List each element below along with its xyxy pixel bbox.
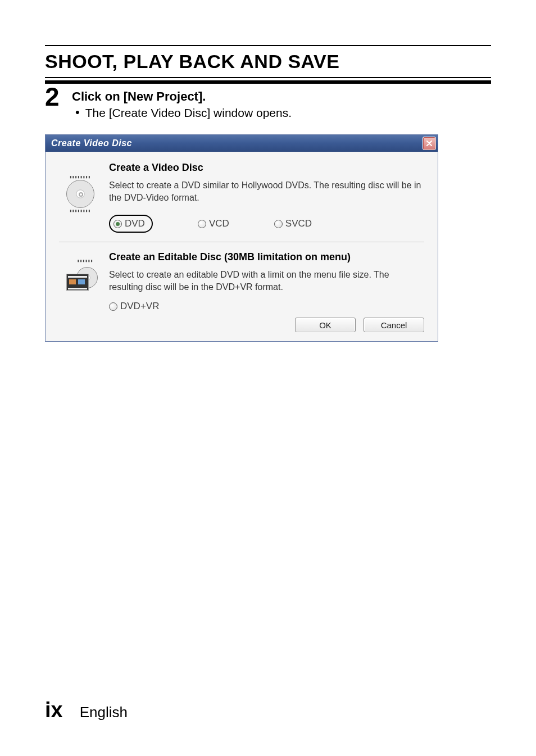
section-separator: [59, 242, 424, 242]
radio-dvd[interactable]: DVD: [113, 218, 145, 229]
radio-vcd-label: VCD: [209, 218, 229, 229]
create-video-disc-dialog: Create Video Disc ▮▮▮▮▮▮▮▮ ▮▮▮▮▮▮▮▮ Crea…: [45, 134, 438, 342]
radio-icon: [113, 220, 122, 228]
cancel-button-label: Cancel: [381, 320, 407, 330]
section2-heading: Create an Editable Disc (30MB limitation…: [109, 251, 424, 263]
step-title: Click on [New Project].: [72, 89, 292, 104]
cancel-button[interactable]: Cancel: [364, 318, 424, 332]
section1-desc: Select to create a DVD similar to Hollyw…: [109, 179, 424, 203]
radio-dvd-highlight: DVD: [109, 215, 153, 233]
close-icon: [426, 140, 433, 147]
radio-svcd-label: SVCD: [285, 218, 312, 229]
page-footer: ix English: [45, 698, 128, 722]
editable-disc-icon: ▮▮▮▮▮▮: [59, 251, 101, 292]
disc-icon: ▮▮▮▮▮▮▮▮ ▮▮▮▮▮▮▮▮: [59, 162, 101, 208]
ok-button-label: OK: [319, 320, 331, 330]
page-number: ix: [45, 698, 63, 722]
step-sub-text: The [Create Video Disc] window opens.: [85, 106, 292, 120]
radio-icon: [109, 302, 117, 311]
radio-dvdvr[interactable]: DVD+VR: [109, 301, 424, 312]
step-number: 2: [45, 86, 72, 108]
step-2: 2 Click on [New Project]. • The [Create …: [45, 86, 491, 120]
ok-button[interactable]: OK: [295, 318, 356, 332]
section-create-video-disc: ▮▮▮▮▮▮▮▮ ▮▮▮▮▮▮▮▮ Create a Video Disc Se…: [59, 162, 424, 236]
radio-vcd[interactable]: VCD: [198, 215, 229, 233]
section1-heading: Create a Video Disc: [109, 162, 424, 174]
section-editable-disc: ▮▮▮▮▮▮ Create an Editable Disc (30MB lim…: [59, 251, 424, 312]
format-radio-group: DVD VCD SVCD: [109, 215, 424, 233]
dialog-button-row: OK Cancel: [59, 318, 424, 332]
radio-dvdvr-label: DVD+VR: [120, 301, 159, 312]
radio-icon: [198, 220, 206, 228]
radio-svcd[interactable]: SVCD: [274, 215, 312, 233]
page-language: English: [80, 704, 128, 721]
dialog-body: ▮▮▮▮▮▮▮▮ ▮▮▮▮▮▮▮▮ Create a Video Disc Se…: [46, 152, 438, 341]
top-rule: [45, 45, 491, 46]
close-button[interactable]: [423, 137, 436, 150]
bullet-icon: •: [75, 106, 80, 119]
page-title: SHOOT, PLAY BACK AND SAVE: [45, 51, 491, 73]
section2-desc: Select to create an editable DVD with a …: [109, 269, 424, 293]
radio-icon: [274, 220, 283, 228]
dialog-titlebar: Create Video Disc: [46, 135, 438, 152]
step-sub: • The [Create Video Disc] window opens.: [72, 106, 292, 120]
title-underline: [45, 77, 491, 84]
radio-dvd-label: DVD: [125, 218, 145, 229]
dialog-title: Create Video Disc: [51, 138, 132, 148]
